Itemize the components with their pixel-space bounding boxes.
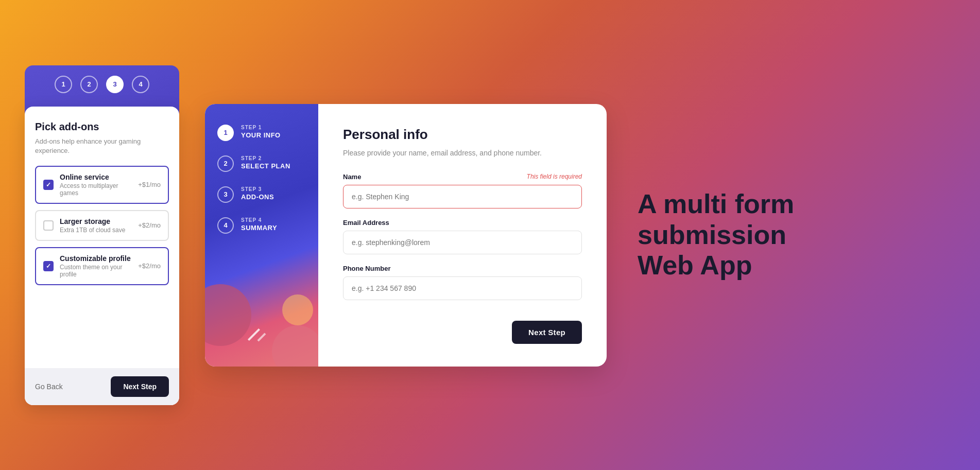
- left-card-subtitle: Add-ons help enhance your gaming experie…: [35, 137, 169, 155]
- form-footer: Next Step: [343, 321, 582, 344]
- sidebar-step-text-2: STEP 2 SELECT PLAN: [241, 155, 290, 170]
- name-field-header: Name This field is required: [343, 173, 582, 181]
- sidebar-step-number-3: 3: [217, 186, 234, 203]
- sidebar-step-name-2: SELECT PLAN: [241, 162, 290, 170]
- main-content: Personal info Please provide your name, …: [318, 104, 607, 367]
- name-label: Name: [343, 173, 361, 181]
- phone-field-header: Phone Number: [343, 265, 582, 272]
- email-label: Email Address: [343, 219, 389, 227]
- sidebar-step-text-4: STEP 4 SUMMARY: [241, 217, 277, 232]
- addon-price-customizable-profile: +$2/mo: [138, 262, 161, 270]
- addon-item-larger-storage[interactable]: Larger storage Extra 1TB of cloud save +…: [35, 210, 169, 241]
- step-indicator-2[interactable]: 2: [80, 76, 98, 93]
- name-input[interactable]: [343, 185, 582, 208]
- email-field: Email Address: [343, 219, 582, 254]
- sidebar-step-label-1: STEP 1: [241, 125, 281, 130]
- next-step-button-left[interactable]: Next Step: [111, 376, 169, 397]
- sidebar-step-number-1: 1: [217, 125, 234, 141]
- addon-checkbox-online-service[interactable]: [43, 180, 54, 190]
- addon-desc-larger-storage: Extra 1TB of cloud save: [60, 227, 132, 234]
- step-indicator-4[interactable]: 4: [132, 76, 149, 93]
- tagline: A multi form submission Web App: [638, 189, 823, 281]
- addon-info-customizable-profile: Customizable profile Custom theme on you…: [60, 254, 132, 278]
- sidebar-step-2[interactable]: 2 STEP 2 SELECT PLAN: [217, 155, 306, 172]
- addon-item-online-service[interactable]: Online service Access to multiplayer gam…: [35, 166, 169, 204]
- email-input[interactable]: [343, 231, 582, 254]
- left-card-content: Pick add-ons Add-ons help enhance your g…: [25, 107, 179, 405]
- addon-info-larger-storage: Larger storage Extra 1TB of cloud save: [60, 217, 132, 234]
- form-title: Personal info: [343, 127, 582, 143]
- form-subtitle: Please provide your name, email address,…: [343, 148, 582, 159]
- main-card: 1 STEP 1 YOUR INFO 2 STEP 2 SELECT PLAN …: [205, 104, 607, 367]
- sidebar-step-3[interactable]: 3 STEP 3 ADD-ONS: [217, 186, 306, 203]
- sidebar-step-label-4: STEP 4: [241, 217, 277, 223]
- sidebar-step-name-3: ADD-ONS: [241, 193, 274, 201]
- sidebar-step-name-1: YOUR INFO: [241, 131, 281, 139]
- addon-checkbox-larger-storage[interactable]: [43, 220, 54, 231]
- step-indicator-3[interactable]: 3: [106, 76, 124, 93]
- phone-input[interactable]: [343, 276, 582, 300]
- step-indicator-1[interactable]: 1: [55, 76, 72, 93]
- sidebar-pencil-2: [257, 333, 266, 341]
- name-error: This field is required: [527, 173, 582, 180]
- addon-desc-customizable-profile: Custom theme on your profile: [60, 264, 132, 278]
- sidebar-step-number-2: 2: [217, 155, 234, 172]
- sidebar-step-label-2: STEP 2: [241, 155, 290, 161]
- name-field: Name This field is required: [343, 173, 582, 208]
- go-back-button[interactable]: Go Back: [35, 382, 63, 391]
- step-indicators: 1 2 3 4: [55, 76, 149, 93]
- addon-desc-online-service: Access to multiplayer games: [60, 182, 132, 197]
- addon-info-online-service: Online service Access to multiplayer gam…: [60, 173, 132, 197]
- addon-name-online-service: Online service: [60, 173, 132, 181]
- sidebar-blob-1: [205, 284, 251, 346]
- phone-label: Phone Number: [343, 265, 390, 272]
- sidebar-step-label-3: STEP 3: [241, 186, 274, 192]
- left-card-title: Pick add-ons: [35, 121, 169, 133]
- sidebar-blob-2: [272, 325, 318, 367]
- phone-field: Phone Number: [343, 265, 582, 300]
- sidebar-step-4[interactable]: 4 STEP 4 SUMMARY: [217, 217, 306, 234]
- email-field-header: Email Address: [343, 219, 582, 227]
- next-step-button-main[interactable]: Next Step: [512, 321, 582, 344]
- addon-name-larger-storage: Larger storage: [60, 217, 132, 225]
- sidebar-step-text-3: STEP 3 ADD-ONS: [241, 186, 274, 201]
- addon-price-larger-storage: +$2/mo: [138, 221, 161, 229]
- sidebar-step-number-4: 4: [217, 217, 234, 234]
- left-card-wrapper: 1 2 3 4 Pick add-ons Add-ons help enhanc…: [25, 65, 179, 405]
- addon-price-online-service: +$1/mo: [138, 181, 161, 188]
- main-sidebar: 1 STEP 1 YOUR INFO 2 STEP 2 SELECT PLAN …: [205, 104, 318, 367]
- sidebar-step-name-4: SUMMARY: [241, 224, 277, 232]
- addon-item-customizable-profile[interactable]: Customizable profile Custom theme on you…: [35, 247, 169, 285]
- sidebar-step-text-1: STEP 1 YOUR INFO: [241, 125, 281, 139]
- addon-checkbox-customizable-profile[interactable]: [43, 261, 54, 271]
- sidebar-step-1[interactable]: 1 STEP 1 YOUR INFO: [217, 125, 306, 141]
- left-card-footer: Go Back Next Step: [25, 368, 179, 405]
- addon-name-customizable-profile: Customizable profile: [60, 254, 132, 263]
- sidebar-blob-3: [282, 294, 313, 325]
